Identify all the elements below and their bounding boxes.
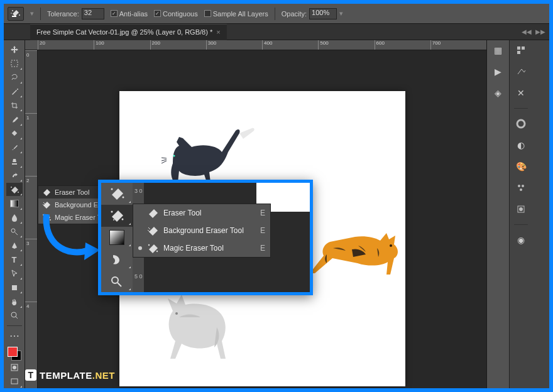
grid-panel-icon[interactable]: ▦ (492, 44, 505, 57)
quick-mask-icon[interactable] (6, 361, 23, 374)
eraser-tool-large[interactable] (101, 183, 133, 205)
color-swatches[interactable] (8, 347, 21, 360)
svg-point-47 (156, 251, 158, 252)
gradients-panel-icon[interactable]: 🎨 (515, 160, 527, 173)
dropdown-caret-icon[interactable]: ▾ (339, 9, 343, 18)
flyout-item-shortcut: E (260, 226, 265, 235)
eraser-tool-flyout-large: Eraser Tool E Background Eraser Tool E M… (133, 204, 271, 258)
svg-rect-5 (11, 60, 18, 67)
svg-point-6 (17, 89, 18, 90)
zoom-tool[interactable] (6, 309, 23, 322)
adjustments-panel-icon[interactable] (515, 65, 527, 78)
blur-tool[interactable] (6, 211, 23, 224)
color-panel-icon[interactable] (515, 117, 527, 130)
flyout-item-label: Eraser Tool (55, 188, 89, 196)
hand-tool[interactable] (6, 295, 23, 308)
tools-panel: T ⋯ (4, 40, 25, 388)
svg-point-11 (11, 229, 15, 232)
paragraph-panel-tab[interactable]: ¶ (550, 58, 553, 69)
contiguous-label: Contiguous (163, 10, 198, 18)
edit-toolbar-icon[interactable]: ⋯ (6, 329, 23, 342)
dodge-tool[interactable] (6, 225, 23, 238)
magic-eraser-icon (147, 243, 158, 253)
svg-marker-35 (112, 188, 123, 200)
watermark: T TEMPLATE.NET (25, 369, 115, 381)
tolerance-label: Tolerance: (47, 10, 79, 18)
pen-tool[interactable] (6, 239, 23, 252)
opacity-field: Opacity: 100% ▾ (282, 8, 343, 19)
flyout-item-eraser[interactable]: Eraser Tool E (133, 204, 270, 222)
type-tool[interactable]: T (6, 253, 23, 266)
styles-panel-icon[interactable]: ✕ (515, 87, 527, 99)
svg-point-42 (112, 277, 118, 283)
foreground-color-swatch[interactable] (8, 347, 18, 357)
anti-alias-checkbox[interactable]: ✓ Anti-alias (111, 10, 148, 18)
gradient-tool[interactable] (6, 197, 23, 210)
svg-rect-7 (11, 131, 16, 136)
patterns-panel-icon[interactable] (515, 182, 527, 194)
spot-healing-tool[interactable] (6, 127, 23, 140)
horizontal-ruler: 20100200300400500600700 (25, 40, 486, 50)
svg-marker-29 (43, 189, 50, 196)
eraser-icon (147, 208, 158, 218)
history-brush-tool[interactable] (6, 169, 23, 182)
magic-eraser-tool-large[interactable] (101, 205, 133, 227)
svg-point-41 (113, 219, 114, 220)
libraries-panel-icon[interactable]: ◉ (515, 234, 527, 246)
anti-alias-label: Anti-alias (119, 10, 148, 18)
opacity-label: Opacity: (282, 10, 307, 18)
marquee-tool[interactable] (6, 57, 23, 70)
svg-point-17 (173, 155, 175, 157)
smudge-tool-large[interactable] (101, 248, 133, 270)
tab-nav-right-icon[interactable]: ▶▶ (535, 28, 545, 35)
tolerance-input[interactable]: 32 (82, 8, 104, 19)
path-selection-tool[interactable] (6, 267, 23, 280)
magic-wand-tool[interactable] (6, 85, 23, 98)
properties-panel-icon[interactable] (515, 44, 527, 57)
flyout-item-magic-eraser[interactable]: Magic Eraser Tool E (133, 239, 270, 257)
sample-all-layers-checkbox[interactable]: Sample All Layers (204, 10, 268, 18)
document-tab[interactable]: Free Simple Cat Vector-01.jpg @ 25% (Lay… (30, 24, 227, 40)
magic-eraser-glyph-icon (10, 9, 21, 19)
play-panel-icon[interactable]: ▶ (492, 65, 505, 78)
move-tool[interactable] (6, 43, 23, 56)
eraser-tool[interactable] (6, 183, 23, 196)
svg-point-2 (12, 10, 13, 11)
eyedropper-tool[interactable] (6, 112, 23, 126)
annotation-arrow-icon (40, 211, 103, 274)
dodge-tool-large[interactable] (101, 270, 133, 292)
svg-point-37 (123, 197, 124, 199)
close-tab-icon[interactable]: × (216, 28, 220, 36)
svg-rect-20 (517, 46, 520, 50)
flyout-item-label: Eraser Tool (163, 209, 201, 217)
flyout-item-shortcut: E (260, 244, 265, 253)
watermark-logo-icon: T (25, 369, 36, 381)
dodge-icon (109, 275, 124, 288)
clone-stamp-tool[interactable] (6, 155, 23, 168)
swatches-panel-icon[interactable]: ◐ (515, 139, 527, 151)
crop-tool[interactable] (6, 99, 23, 112)
svg-rect-16 (11, 379, 18, 384)
rectangle-tool[interactable] (6, 281, 23, 294)
tab-nav-left-icon[interactable]: ◀◀ (522, 28, 532, 35)
checkbox-icon: ✓ (111, 10, 118, 17)
magic-eraser-icon[interactable] (8, 7, 24, 21)
layers-panel-icon[interactable]: ◈ (492, 87, 505, 99)
svg-point-24 (518, 185, 520, 187)
selected-indicator-icon (138, 246, 142, 250)
checkbox-icon: ✓ (154, 10, 161, 17)
character-panel-tab[interactable]: A (550, 43, 553, 53)
flyout-item-label: Magic Eraser Tool (163, 244, 224, 253)
opacity-input[interactable]: 100% (309, 8, 337, 19)
background-eraser-icon (147, 226, 158, 236)
gradient-tool-large[interactable] (101, 227, 133, 249)
shapes-panel-icon[interactable] (515, 203, 527, 215)
flyout-item-background-eraser[interactable]: Background Eraser Tool E (133, 222, 270, 239)
contiguous-checkbox[interactable]: ✓ Contiguous (154, 10, 198, 18)
svg-point-3 (19, 14, 20, 16)
screen-mode-icon[interactable] (6, 375, 23, 388)
checkbox-icon (204, 10, 211, 17)
brush-tool[interactable] (6, 141, 23, 154)
lasso-tool[interactable] (6, 71, 23, 84)
svg-point-28 (519, 207, 523, 211)
